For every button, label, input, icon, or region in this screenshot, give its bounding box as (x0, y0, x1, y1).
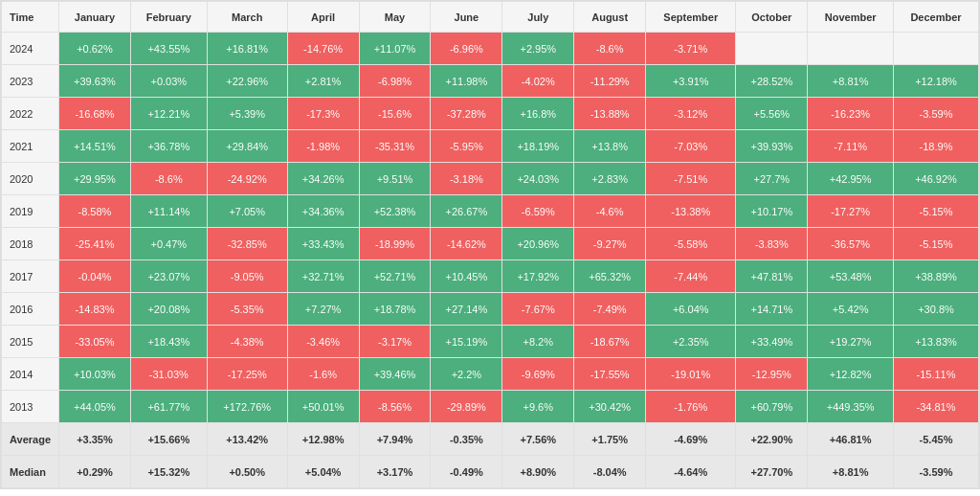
data-cell: -13.88% (574, 98, 646, 130)
data-cell (894, 33, 979, 65)
table-row: 2024+0.62%+43.55%+16.81%-14.76%+11.07%-6… (2, 33, 979, 65)
table-row: 2016-14.83%+20.08%-5.35%+7.27%+18.78%+27… (2, 293, 979, 326)
table-row: 2015-33.05%+18.43%-4.38%-3.46%-3.17%+15.… (2, 326, 979, 358)
data-cell: +16.81% (207, 33, 287, 65)
year-cell: 2022 (2, 98, 59, 130)
data-cell: -0.04% (59, 260, 131, 293)
year-cell: 2013 (2, 391, 59, 423)
data-cell: +36.78% (130, 130, 207, 163)
data-cell: +2.35% (646, 326, 736, 358)
data-cell: +17.92% (502, 260, 574, 293)
median-label: Median (2, 456, 59, 488)
column-header-september: September (646, 2, 736, 33)
data-cell: -7.44% (646, 260, 736, 293)
median-cell: +0.29% (59, 456, 131, 488)
data-cell: +14.51% (59, 130, 131, 163)
column-header-july: July (502, 2, 574, 33)
table-row: 2013+44.05%+61.77%+172.76%+50.01%-8.56%-… (2, 391, 979, 423)
column-header-march: March (207, 2, 287, 33)
data-cell: +15.19% (431, 326, 502, 358)
data-cell: +16.8% (502, 98, 574, 130)
data-cell: +38.89% (894, 260, 979, 293)
median-cell: +27.70% (736, 456, 808, 488)
data-cell: +18.43% (130, 326, 207, 358)
average-cell: -0.35% (431, 423, 502, 456)
year-cell: 2019 (2, 195, 59, 228)
data-cell: +33.49% (736, 326, 808, 358)
data-cell: +13.83% (894, 326, 979, 358)
average-cell: -5.45% (894, 423, 979, 456)
data-cell: -8.6% (130, 163, 207, 195)
data-cell: -3.83% (736, 228, 808, 260)
data-cell: +10.45% (431, 260, 502, 293)
column-header-june: June (431, 2, 502, 33)
data-cell: -31.03% (130, 358, 207, 391)
data-cell: -17.27% (808, 195, 894, 228)
data-cell: +11.07% (359, 33, 431, 65)
table-header-row: TimeJanuaryFebruaryMarchAprilMayJuneJuly… (2, 2, 979, 33)
data-cell: -7.51% (646, 163, 736, 195)
data-cell: +18.19% (502, 130, 574, 163)
median-cell: +3.17% (359, 456, 431, 488)
column-header-october: October (736, 2, 808, 33)
data-cell: +50.01% (287, 391, 359, 423)
data-cell: -19.01% (646, 358, 736, 391)
data-cell: -5.15% (894, 228, 979, 260)
data-cell: -4.6% (574, 195, 646, 228)
data-cell: +39.63% (59, 65, 131, 98)
data-cell: +0.03% (130, 65, 207, 98)
data-cell: +6.04% (646, 293, 736, 326)
data-cell: +24.03% (502, 163, 574, 195)
data-cell: -15.11% (894, 358, 979, 391)
data-cell: -35.31% (359, 130, 431, 163)
data-cell: +27.14% (431, 293, 502, 326)
data-cell: +27.7% (736, 163, 808, 195)
data-cell: -3.18% (431, 163, 502, 195)
data-cell: -12.95% (736, 358, 808, 391)
data-cell: +65.32% (574, 260, 646, 293)
data-cell: -1.98% (287, 130, 359, 163)
data-cell: -5.58% (646, 228, 736, 260)
median-cell: -0.49% (431, 456, 502, 488)
data-cell: +2.81% (287, 65, 359, 98)
data-cell: -6.59% (502, 195, 574, 228)
data-cell: -14.83% (59, 293, 131, 326)
data-cell: +7.27% (287, 293, 359, 326)
data-cell (736, 33, 808, 65)
data-cell: -14.76% (287, 33, 359, 65)
data-cell: +30.8% (894, 293, 979, 326)
median-cell: -3.59% (894, 456, 979, 488)
data-cell: -16.23% (808, 98, 894, 130)
data-cell: +14.71% (736, 293, 808, 326)
data-cell: +22.96% (207, 65, 287, 98)
data-cell: +9.51% (359, 163, 431, 195)
data-cell: -7.11% (808, 130, 894, 163)
performance-table: TimeJanuaryFebruaryMarchAprilMayJuneJuly… (1, 1, 979, 488)
data-cell: -1.76% (646, 391, 736, 423)
data-cell: +20.08% (130, 293, 207, 326)
data-cell: -37.28% (431, 98, 502, 130)
average-cell: +3.35% (59, 423, 131, 456)
data-cell: -29.89% (431, 391, 502, 423)
average-cell: +12.98% (287, 423, 359, 456)
data-cell: +7.05% (207, 195, 287, 228)
data-cell: +11.98% (431, 65, 502, 98)
average-cell: +7.56% (502, 423, 574, 456)
column-header-time: Time (2, 2, 59, 33)
data-cell: +53.48% (808, 260, 894, 293)
data-cell: +28.52% (736, 65, 808, 98)
table-row: 2020+29.95%-8.6%-24.92%+34.26%+9.51%-3.1… (2, 163, 979, 195)
data-cell: -3.12% (646, 98, 736, 130)
year-cell: 2024 (2, 33, 59, 65)
data-cell: +2.95% (502, 33, 574, 65)
data-cell: -6.98% (359, 65, 431, 98)
data-cell: -11.29% (574, 65, 646, 98)
table-body: 2024+0.62%+43.55%+16.81%-14.76%+11.07%-6… (2, 33, 979, 488)
average-label: Average (2, 423, 59, 456)
data-cell: -32.85% (207, 228, 287, 260)
data-cell: -4.02% (502, 65, 574, 98)
table-row: 2014+10.03%-31.03%-17.25%-1.6%+39.46%+2.… (2, 358, 979, 391)
data-cell: +0.62% (59, 33, 131, 65)
column-header-january: January (59, 2, 131, 33)
data-cell: +0.47% (130, 228, 207, 260)
